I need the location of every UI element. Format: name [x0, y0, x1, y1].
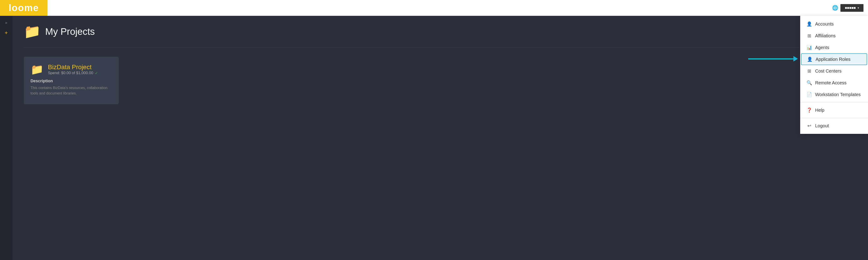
workstation-templates-icon: 📄 — [807, 92, 812, 97]
dropdown-item-accounts[interactable]: 👤 Accounts — [800, 18, 868, 30]
spend-text: Spend: $0.00 of $1,000.00 — [48, 71, 93, 75]
dropdown-menu: 👤 Accounts ⊞ Affiliations 📊 Agents 👤 App… — [800, 16, 868, 134]
page-title: My Projects — [45, 26, 95, 37]
sidebar-toggle-icon[interactable]: » — [5, 20, 7, 25]
project-spend: Spend: $0.00 of $1,000.00 ✓ — [48, 71, 98, 75]
affiliations-icon: ⊞ — [807, 33, 812, 38]
arrow-shaft — [748, 58, 794, 59]
dropdown-item-help[interactable]: ❓ Help — [800, 104, 868, 116]
accounts-icon: 👤 — [807, 21, 812, 27]
dropdown-item-agents[interactable]: 📊 Agents — [800, 41, 868, 53]
remote-access-label: Remote Access — [815, 80, 846, 85]
main-content: 📁 My Projects 📁 BizData Project Spend: $… — [12, 16, 868, 260]
application-roles-label: Application Roles — [815, 57, 850, 62]
agents-label: Agents — [815, 45, 829, 50]
application-roles-icon: 👤 — [807, 57, 812, 62]
folder-icon-large: 📁 — [24, 25, 41, 38]
accounts-label: Accounts — [815, 22, 834, 27]
help-label: Help — [815, 108, 825, 113]
spend-check-icon: ✓ — [95, 71, 98, 75]
agents-icon: 📊 — [807, 45, 812, 50]
workstation-templates-label: Workstation Templates — [815, 92, 861, 97]
sidebar-add-button[interactable]: + — [4, 30, 8, 36]
remote-access-icon: 🔍 — [807, 80, 812, 85]
description-text: This contains BizData's resources, colla… — [31, 85, 112, 96]
dropdown-item-cost-centers[interactable]: ⊞ Cost Centers — [800, 65, 868, 77]
header-right: 🌐 ■■■■■ ▾ — [832, 4, 864, 12]
cost-centers-label: Cost Centers — [815, 68, 842, 74]
dropdown-item-application-roles[interactable]: 👤 Application Roles — [801, 53, 867, 65]
project-info: BizData Project Spend: $0.00 of $1,000.0… — [48, 63, 98, 75]
logout-label: Logout — [815, 123, 829, 128]
application-roles-arrow — [748, 56, 798, 61]
project-name: BizData Project — [48, 63, 98, 71]
dropdown-item-affiliations[interactable]: ⊞ Affiliations — [800, 30, 868, 41]
logo: loome — [8, 2, 39, 13]
dropdown-divider-2 — [800, 118, 868, 118]
dropdown-arrow-icon: ▾ — [858, 6, 859, 9]
help-icon: ❓ — [807, 107, 812, 113]
dropdown-divider — [800, 102, 868, 103]
logo-container: loome — [0, 0, 48, 16]
project-folder-icon: 📁 — [31, 64, 43, 75]
header: loome 🌐 ■■■■■ ▾ — [0, 0, 868, 16]
arrow-head — [794, 56, 798, 61]
sidebar: » + — [0, 16, 12, 260]
cost-centers-icon: ⊞ — [807, 68, 812, 74]
dropdown-item-remote-access[interactable]: 🔍 Remote Access — [800, 77, 868, 89]
user-menu-button[interactable]: ■■■■■ ▾ — [840, 4, 864, 12]
page-header: 📁 My Projects — [24, 25, 857, 38]
dropdown-item-workstation-templates[interactable]: 📄 Workstation Templates — [800, 89, 868, 100]
dropdown-item-logout[interactable]: ↩ Logout — [800, 120, 868, 132]
description-label: Description — [31, 79, 112, 83]
logout-icon: ↩ — [807, 123, 812, 128]
affiliations-label: Affiliations — [815, 33, 836, 38]
globe-icon: 🌐 — [832, 5, 838, 11]
project-card-header: 📁 BizData Project Spend: $0.00 of $1,000… — [31, 63, 112, 75]
project-card[interactable]: 📁 BizData Project Spend: $0.00 of $1,000… — [24, 57, 119, 104]
user-name: ■■■■■ — [845, 6, 856, 10]
